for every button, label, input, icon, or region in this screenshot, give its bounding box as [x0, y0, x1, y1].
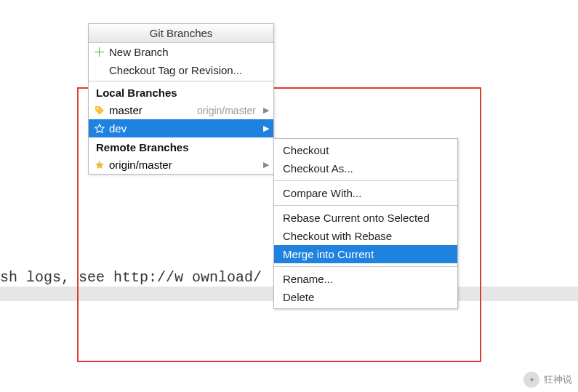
- star-filled-icon: [95, 160, 105, 170]
- watermark-text: 狂神说: [544, 373, 572, 386]
- tag-icon: [95, 105, 105, 116]
- popup-title: Git Branches: [89, 24, 273, 43]
- branch-item-master[interactable]: master origin/master ▶: [89, 101, 273, 119]
- new-branch-item[interactable]: New Branch: [89, 43, 273, 61]
- checkout-tag-item[interactable]: Checkout Tag or Revision...: [89, 61, 273, 79]
- branch-upstream: origin/master: [197, 105, 268, 116]
- submenu-arrow-icon: ▶: [263, 160, 269, 169]
- submenu-rebase-onto[interactable]: Rebase Current onto Selected: [274, 209, 457, 227]
- branch-context-submenu: Checkout Checkout As... Compare With... …: [273, 138, 458, 309]
- branch-name: master: [109, 104, 143, 116]
- separator: [274, 205, 457, 206]
- separator: [89, 81, 273, 81]
- watermark: ✦ 狂神说: [523, 372, 572, 388]
- submenu-compare-with[interactable]: Compare With...: [274, 184, 457, 202]
- svg-point-0: [97, 107, 98, 108]
- submenu-delete[interactable]: Delete: [274, 288, 457, 306]
- submenu-checkout-rebase[interactable]: Checkout with Rebase: [274, 227, 457, 245]
- submenu-checkout-as[interactable]: Checkout As...: [274, 159, 457, 177]
- local-branches-header: Local Branches: [89, 83, 273, 101]
- new-branch-label: New Branch: [109, 46, 169, 58]
- remote-branches-header: Remote Branches: [89, 137, 273, 156]
- git-branches-popup: Git Branches New Branch Checkout Tag or …: [88, 23, 274, 175]
- checkout-tag-label: Checkout Tag or Revision...: [109, 64, 242, 76]
- branch-item-origin-master[interactable]: origin/master ▶: [89, 156, 273, 174]
- separator: [274, 266, 457, 267]
- branch-name: origin/master: [109, 159, 172, 171]
- submenu-rename[interactable]: Rename...: [274, 270, 457, 288]
- plus-icon: [93, 47, 105, 58]
- submenu-arrow-icon: ▶: [263, 124, 269, 133]
- submenu-checkout[interactable]: Checkout: [274, 141, 457, 159]
- branch-name: dev: [109, 122, 127, 135]
- watermark-icon: ✦: [523, 372, 539, 388]
- separator: [274, 180, 457, 181]
- star-icon: [95, 124, 105, 134]
- submenu-merge-into-current[interactable]: Merge into Current: [274, 245, 457, 263]
- submenu-arrow-icon: ▶: [263, 105, 269, 115]
- branch-item-dev[interactable]: dev ▶: [89, 119, 273, 137]
